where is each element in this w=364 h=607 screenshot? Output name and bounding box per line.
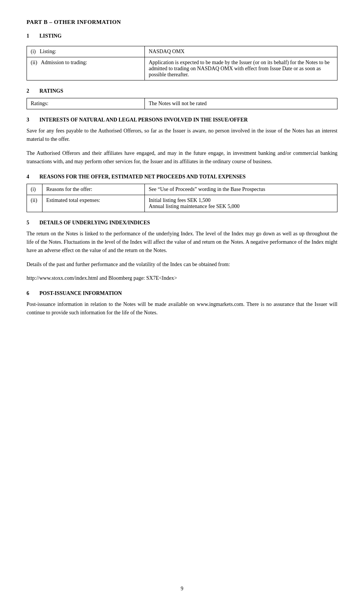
listing-table: (i) Listing: NASDAQ OMX (ii) Admission t… <box>27 46 337 80</box>
post-issuance-paragraph: Post-issuance information in relation to… <box>27 300 337 317</box>
reasons-label-ii: Estimated total expenses: <box>42 195 144 212</box>
reasons-value-i: See “Use of Proceeds” wording in the Bas… <box>145 184 337 195</box>
section-6-number: 6 <box>27 290 37 296</box>
section-3-number: 3 <box>27 117 37 123</box>
section-reasons-heading: 4 REASONS FOR THE OFFER, ESTIMATED NET P… <box>27 174 337 180</box>
section-5-label: DETAILS OF UNDERLYING INDEX/INDICES <box>39 220 337 226</box>
listing-label-ii: Admission to trading: <box>41 60 87 65</box>
listing-row-2-left: (ii) Admission to trading: <box>27 57 145 80</box>
ratings-row-right: The Notes will not be rated <box>145 98 337 109</box>
listing-roman-i: (i) <box>31 49 36 54</box>
section-5-number: 5 <box>27 220 37 226</box>
interests-paragraph-1: Save for any fees payable to the Authori… <box>27 127 337 144</box>
section-1-number: 1 <box>27 33 37 39</box>
section-4-label: REASONS FOR THE OFFER, ESTIMATED NET PRO… <box>39 174 337 180</box>
page-number: 9 <box>181 586 184 592</box>
reasons-value-ii: Initial listing fees SEK 1,500 Annual li… <box>145 195 337 212</box>
section-6-label: POST-ISSUANCE INFORMATION <box>39 290 337 296</box>
reasons-roman-i: (i) <box>27 184 42 195</box>
ratings-table: Ratings: The Notes will not be rated <box>27 98 337 109</box>
reasons-table: (i) Reasons for the offer: See “Use of P… <box>27 184 337 212</box>
page: PART B – OTHER INFORMATION 1 LISTING (i)… <box>0 0 364 607</box>
section-2-label: RATINGS <box>39 88 337 94</box>
listing-row-1: (i) Listing: NASDAQ OMX <box>27 46 337 57</box>
listing-row-2: (ii) Admission to trading: Application i… <box>27 57 337 80</box>
listing-row-1-left: (i) Listing: <box>27 46 145 57</box>
section-4-number: 4 <box>27 174 37 180</box>
reasons-label-i: Reasons for the offer: <box>42 184 144 195</box>
listing-row-2-right: Application is expected to be made by th… <box>145 57 337 80</box>
section-interests-heading: 3 INTERESTS OF NATURAL AND LEGAL PERSONS… <box>27 117 337 123</box>
listing-roman-ii: (ii) <box>31 60 37 65</box>
section-3-label: INTERESTS OF NATURAL AND LEGAL PERSONS I… <box>39 117 337 123</box>
reasons-row-1: (i) Reasons for the offer: See “Use of P… <box>27 184 337 195</box>
reasons-value-line2: Annual listing maintenance fee SEK 5,000 <box>149 203 333 210</box>
section-1-label: LISTING <box>39 33 337 39</box>
section-listing: 1 LISTING <box>27 33 337 39</box>
part-title: PART B – OTHER INFORMATION <box>27 19 337 25</box>
section-details-heading: 5 DETAILS OF UNDERLYING INDEX/INDICES <box>27 220 337 226</box>
reasons-value-line1: Initial listing fees SEK 1,500 <box>149 197 333 203</box>
reasons-row-2: (ii) Estimated total expenses: Initial l… <box>27 195 337 212</box>
details-paragraph-1: The return on the Notes is linked to the… <box>27 230 337 255</box>
listing-label-i: Listing: <box>40 49 56 54</box>
listing-row-1-right: NASDAQ OMX <box>145 46 337 57</box>
section-2-number: 2 <box>27 88 37 94</box>
details-url: http://www.stoxx.com/index.html and Bloo… <box>27 274 337 282</box>
ratings-row: Ratings: The Notes will not be rated <box>27 98 337 109</box>
details-paragraph-2: Details of the past and further performa… <box>27 260 337 269</box>
section-ratings-heading: 2 RATINGS <box>27 88 337 94</box>
interests-paragraph-2: The Authorised Offerors and their affili… <box>27 149 337 166</box>
ratings-row-left: Ratings: <box>27 98 145 109</box>
section-post-issuance-heading: 6 POST-ISSUANCE INFORMATION <box>27 290 337 296</box>
reasons-roman-ii: (ii) <box>27 195 42 212</box>
